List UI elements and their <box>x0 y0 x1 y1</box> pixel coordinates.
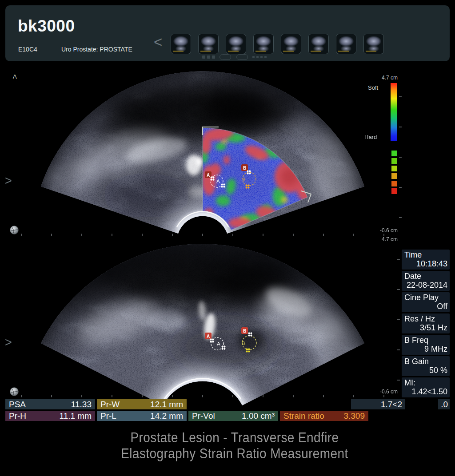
depth-label-bottom-image-start: 4.7 cm <box>375 236 398 242</box>
active-image-cursor-bottom: > <box>5 336 12 349</box>
info-box-res-hz[interactable]: Res / Hz 3/51 Hz <box>402 313 450 333</box>
thumbnail[interactable] <box>253 34 274 54</box>
measurement-aux-1: 1.7<2 <box>351 399 405 409</box>
marker-b-badge-label: B <box>243 166 246 171</box>
pager-button[interactable] <box>220 54 231 60</box>
orientation-marker-label: A <box>13 73 17 80</box>
bmode-image-bottom <box>36 238 382 415</box>
figure-caption: Prostate Lesion - Transverse Endfire Ela… <box>36 430 433 462</box>
exam-preset-label: Uro Prostate: PROSTATE <box>61 46 132 53</box>
status-panel: Time 10:18:43 Date 22-08-2014 Cine Play … <box>402 250 450 399</box>
measurement-aux-2: .0 <box>438 399 450 409</box>
elasto-soft-label: Soft <box>368 84 378 91</box>
dot-icon <box>252 56 255 58</box>
depth-label-bottom-image-end: -0.6 cm <box>373 389 398 395</box>
measurement-value: .0 <box>441 399 448 409</box>
dot-icon <box>264 56 267 58</box>
thumbnail[interactable] <box>171 34 191 54</box>
measurement-label: PSA <box>9 399 26 409</box>
thumbnail-pager <box>202 54 267 60</box>
info-box-mi: MI: 1.42<1.50 <box>402 377 450 397</box>
measurement-label: Pr-Vol <box>192 411 215 421</box>
measurement-pr-vol: Pr-Vol 1.00 cm³ <box>188 411 278 421</box>
measurement-value: 12.1 mm <box>150 399 183 409</box>
marker-b-badge-label: B <box>243 329 246 333</box>
info-value: 9 MHz <box>424 345 447 354</box>
info-label: Cine Play <box>404 293 439 302</box>
thumbnail[interactable] <box>281 34 301 54</box>
caption-line-2: Elastography Strain Ratio Measurement <box>36 446 433 462</box>
header-bar: bk3000 E10C4 Uro Prostate: PROSTATE < <box>5 5 450 61</box>
grid-icon <box>207 56 210 59</box>
pager-button[interactable] <box>236 54 248 60</box>
measurement-label: Pr-L <box>100 411 116 421</box>
grid-icon <box>212 56 215 59</box>
grid-icon <box>202 56 205 59</box>
info-value: 1.42<1.50 <box>411 387 447 397</box>
elasto-legend-swatches <box>391 151 397 196</box>
roi-circle-a-label: A <box>216 178 220 184</box>
measurement-value: 11.33 <box>71 399 92 409</box>
info-value: Off <box>437 302 447 311</box>
roi-circle-b-label: B <box>243 177 246 182</box>
info-box-date: Date 22-08-2014 <box>402 271 450 291</box>
measurement-pr-h: Pr-H 11.1 mm <box>5 411 95 421</box>
info-value: 50 % <box>429 366 447 375</box>
measurement-strain-ratio: Strain ratio 3.309 <box>280 411 368 421</box>
info-box-cine-play[interactable]: Cine Play Off <box>402 292 450 312</box>
probe-orientation-icon-top <box>10 226 19 234</box>
info-box-time: Time 10:18:43 <box>402 250 450 270</box>
measurement-psa: PSA 11.33 <box>5 399 95 409</box>
legend-swatch <box>391 188 397 194</box>
active-image-cursor-top: > <box>5 174 12 188</box>
legend-swatch <box>391 158 397 164</box>
marker-a-badge-label: A <box>207 334 210 339</box>
probe-orientation-icon-bottom <box>10 388 19 396</box>
info-box-b-freq[interactable]: B Freq 9 MHz <box>402 335 450 355</box>
legend-swatch <box>391 173 397 179</box>
thumbnail[interactable] <box>308 34 329 54</box>
ultrasound-screen: A A B B A A B B <box>0 0 455 476</box>
measurement-value: 1.00 cm³ <box>242 411 275 421</box>
info-label: Res / Hz <box>404 314 435 324</box>
elasto-colorbar <box>391 83 397 141</box>
legend-swatch <box>391 151 397 156</box>
info-value: 3/51 Hz <box>420 323 447 333</box>
info-box-b-gain[interactable]: B Gain 50 % <box>402 356 450 376</box>
measurement-label: Strain ratio <box>283 411 324 421</box>
thumbnail[interactable] <box>363 34 384 54</box>
measurement-label: Pr-H <box>9 411 26 421</box>
depth-label-top-image-end: -0.6 cm <box>373 227 398 234</box>
measurement-value: 11.1 mm <box>59 411 92 421</box>
dot-icon <box>260 56 263 58</box>
legend-swatch <box>391 166 397 171</box>
thumbnail[interactable] <box>226 34 246 54</box>
info-value: 22-08-2014 <box>407 281 447 290</box>
measurement-pr-l: Pr-L 14.2 mm <box>97 411 187 421</box>
marker-a-badge-label: A <box>207 173 210 178</box>
measurement-pr-w: Pr-W 12.1 mm <box>97 399 187 409</box>
measurement-label: Pr-W <box>100 399 120 409</box>
thumbnail[interactable] <box>336 34 356 54</box>
thumbnail[interactable] <box>198 34 219 54</box>
transducer-label: E10C4 <box>18 46 37 53</box>
legend-swatch <box>391 181 397 186</box>
info-label: B Gain <box>404 357 429 366</box>
system-title: bk3000 <box>18 17 75 36</box>
elasto-hard-label: Hard <box>364 134 377 140</box>
thumbnail-back-chevron-icon[interactable]: < <box>154 34 162 51</box>
info-label: Time <box>404 250 422 260</box>
info-value: 10:18:43 <box>416 259 447 269</box>
depth-label-top-image-start: 4.7 cm <box>375 75 398 81</box>
info-label: MI: <box>404 378 415 388</box>
dot-icon <box>256 56 259 58</box>
measurement-value: 14.2 mm <box>150 411 183 421</box>
roi-circle-b-label: B <box>242 341 245 346</box>
caption-line-1: Prostate Lesion - Transverse Endfire <box>36 430 433 446</box>
info-label: B Freq <box>404 336 428 345</box>
measurement-value: 1.7<2 <box>381 399 402 409</box>
roi-circle-a-label: A <box>217 341 220 346</box>
thumbnail-strip <box>171 34 384 54</box>
measurement-value: 3.309 <box>343 411 365 421</box>
info-label: Date <box>404 272 421 281</box>
